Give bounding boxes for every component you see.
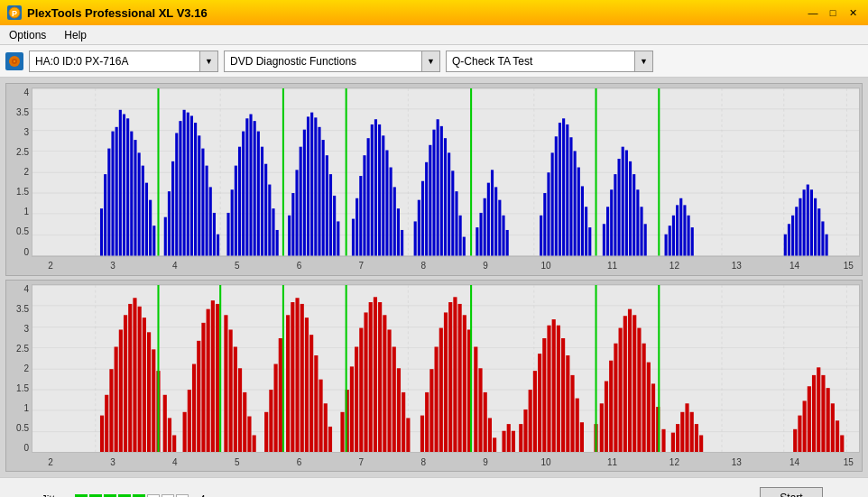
svg-rect-69: [268, 185, 271, 256]
svg-rect-238: [305, 318, 309, 452]
svg-rect-248: [355, 346, 358, 452]
svg-rect-77: [303, 130, 306, 256]
test-dropdown-arrow[interactable]: ▼: [634, 51, 652, 71]
app-icon: P: [7, 5, 22, 20]
svg-rect-235: [291, 302, 294, 452]
svg-rect-150: [636, 189, 639, 255]
svg-rect-98: [390, 168, 392, 256]
svg-rect-169: [810, 189, 813, 255]
toolbar: HA:0 ID:0 PX-716A ▼ DVD Diagnostic Funct…: [0, 45, 868, 78]
svg-rect-316: [695, 424, 698, 452]
svg-rect-268: [458, 303, 462, 452]
svg-text:P: P: [12, 9, 17, 18]
test-selector[interactable]: Q-Check TA Test ▼: [446, 51, 653, 72]
menu-bar: Options Help: [0, 25, 868, 45]
svg-rect-63: [245, 118, 248, 255]
svg-rect-307: [651, 383, 655, 452]
svg-rect-198: [109, 369, 113, 452]
svg-rect-47: [179, 121, 181, 255]
svg-rect-152: [644, 224, 647, 255]
drive-selector[interactable]: HA:0 ID:0 PX-716A ▼: [29, 51, 218, 72]
svg-rect-137: [581, 186, 584, 255]
svg-rect-146: [622, 147, 624, 256]
function-dropdown-arrow[interactable]: ▼: [421, 51, 439, 71]
svg-rect-255: [387, 329, 391, 452]
svg-rect-38: [142, 166, 144, 256]
svg-rect-200: [119, 329, 123, 452]
svg-rect-236: [295, 298, 299, 452]
svg-rect-39: [145, 183, 148, 256]
svg-rect-151: [640, 207, 642, 255]
svg-rect-113: [455, 191, 457, 255]
svg-rect-28: [104, 174, 106, 255]
svg-rect-276: [493, 437, 496, 452]
svg-rect-325: [826, 388, 830, 452]
svg-rect-313: [680, 411, 684, 452]
minimize-button[interactable]: —: [805, 5, 821, 21]
svg-rect-79: [310, 113, 313, 256]
svg-rect-124: [502, 216, 504, 256]
svg-rect-34: [126, 118, 129, 255]
svg-rect-250: [364, 312, 367, 452]
svg-rect-32: [119, 110, 122, 256]
svg-rect-129: [551, 152, 554, 255]
svg-rect-303: [633, 315, 636, 452]
svg-rect-158: [679, 198, 682, 256]
svg-rect-226: [243, 391, 246, 452]
svg-rect-37: [138, 152, 141, 255]
svg-rect-228: [253, 435, 256, 452]
svg-rect-318: [793, 428, 797, 452]
svg-rect-73: [288, 216, 291, 256]
svg-rect-305: [642, 343, 646, 452]
start-button[interactable]: Start: [760, 487, 823, 497]
svg-rect-130: [555, 136, 558, 255]
svg-rect-320: [803, 400, 807, 452]
svg-rect-112: [451, 170, 454, 255]
svg-rect-265: [444, 312, 448, 452]
svg-rect-273: [478, 368, 482, 452]
function-value: DVD Diagnostic Functions: [225, 55, 421, 68]
svg-rect-254: [383, 315, 386, 452]
top-chart-x-axis: 2 3 4 5 6 7 8 9 10 11 12 13 14 15: [32, 257, 860, 275]
svg-rect-76: [300, 147, 302, 256]
svg-rect-292: [576, 398, 579, 452]
svg-rect-119: [484, 198, 486, 256]
svg-rect-247: [350, 366, 354, 452]
title-text: P PlexTools Professional XL V3.16: [7, 5, 208, 20]
svg-rect-135: [574, 151, 577, 255]
svg-rect-88: [352, 219, 355, 256]
svg-rect-82: [322, 140, 325, 255]
svg-rect-327: [836, 420, 839, 452]
bottom-chart-y-axis: 4 3.5 3 2.5 2 1.5 1 0.5 0: [6, 284, 32, 454]
svg-rect-288: [557, 325, 560, 452]
svg-rect-89: [356, 198, 358, 256]
title-bar: P PlexTools Professional XL V3.16 — □ ✕: [0, 0, 868, 25]
svg-rect-36: [134, 140, 136, 255]
svg-rect-156: [672, 216, 675, 256]
svg-rect-312: [676, 424, 679, 452]
svg-rect-289: [561, 337, 565, 452]
svg-rect-262: [429, 369, 433, 452]
close-button[interactable]: ✕: [845, 5, 861, 21]
drive-dropdown-arrow[interactable]: ▼: [199, 51, 217, 71]
svg-rect-165: [795, 207, 798, 255]
bottom-chart-svg: [32, 285, 859, 453]
svg-rect-155: [669, 225, 671, 255]
menu-help[interactable]: Help: [60, 27, 90, 43]
function-selector[interactable]: DVD Diagnostic Functions ▼: [224, 51, 440, 72]
svg-rect-285: [542, 337, 546, 452]
svg-rect-110: [444, 138, 447, 255]
svg-rect-315: [690, 411, 694, 452]
svg-rect-106: [429, 145, 431, 256]
svg-rect-136: [577, 168, 580, 256]
svg-rect-51: [194, 123, 197, 255]
svg-rect-201: [124, 315, 127, 452]
menu-options[interactable]: Options: [5, 27, 50, 43]
svg-rect-54: [206, 166, 208, 256]
svg-rect-211: [168, 418, 171, 452]
start-label: Start: [780, 492, 802, 497]
svg-rect-324: [821, 374, 825, 452]
svg-rect-237: [300, 303, 304, 452]
svg-rect-293: [580, 422, 584, 452]
maximize-button[interactable]: □: [825, 5, 841, 21]
